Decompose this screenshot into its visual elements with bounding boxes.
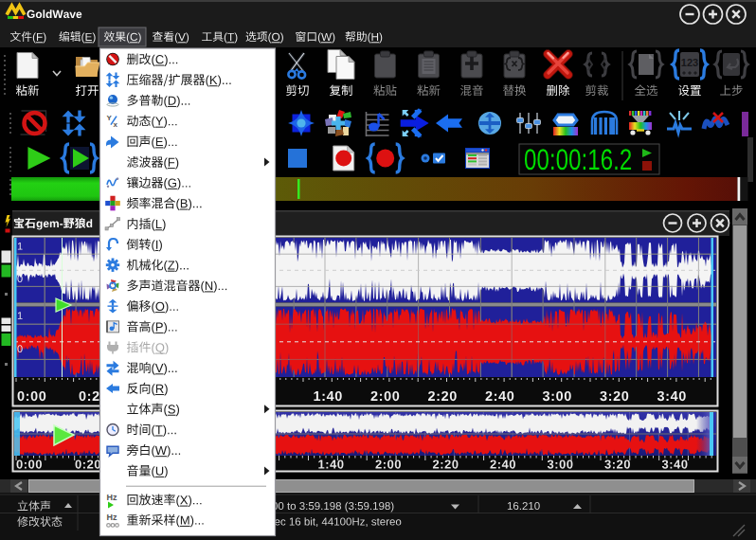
svg-text:Hz: Hz — [107, 513, 117, 522]
svg-text:123: 123 — [681, 57, 698, 68]
svg-text:Hz: Hz — [107, 493, 117, 502]
svg-text:x: x — [114, 120, 118, 129]
svg-text:Y: Y — [107, 114, 113, 122]
